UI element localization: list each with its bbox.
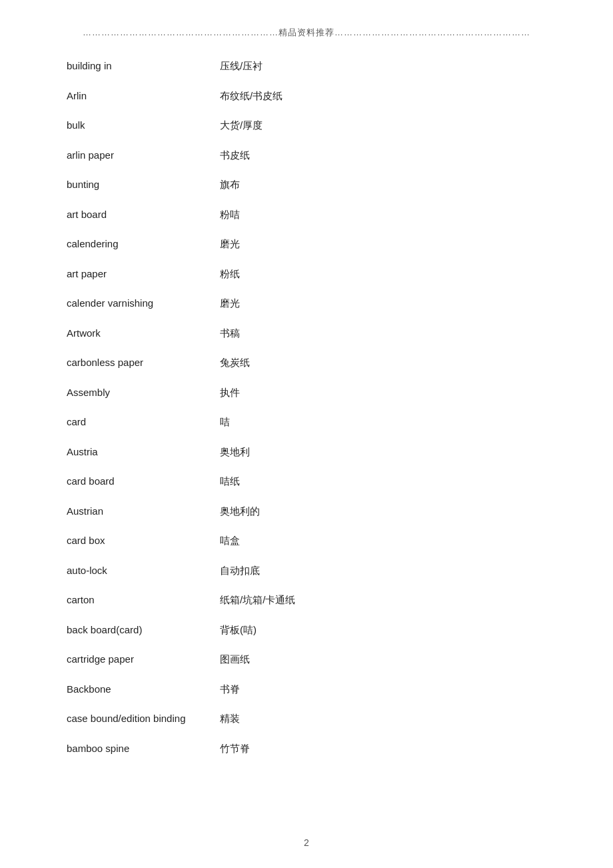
list-item: calendering磨光 — [67, 237, 546, 252]
list-item: back board(card)背板(咭) — [67, 623, 546, 638]
list-item: bamboo spine竹节脊 — [67, 741, 546, 757]
list-item: Austria奥地利 — [67, 445, 546, 460]
term-chinese: 书脊 — [220, 682, 240, 697]
term-chinese: 纸箱/坑箱/卡通纸 — [220, 593, 295, 608]
term-chinese: 书稿 — [220, 326, 240, 341]
header-divider: ………………………………………………………精品资料推荐…………………………………… — [67, 27, 546, 39]
list-item: auto-lock自动扣底 — [67, 563, 546, 579]
list-item: art paper粉纸 — [67, 267, 546, 282]
term-english: card — [67, 415, 220, 430]
term-chinese: 旗布 — [220, 177, 240, 193]
term-english: Austria — [67, 445, 220, 460]
term-english: card box — [67, 533, 220, 549]
list-item: card box咭盒 — [67, 533, 546, 549]
list-item: arlin paper书皮纸 — [67, 148, 546, 163]
term-chinese: 大货/厚度 — [220, 118, 263, 133]
list-item: Arlin布纹纸/书皮纸 — [67, 89, 546, 104]
list-item: Assembly执件 — [67, 385, 546, 401]
term-english: building in — [67, 59, 220, 74]
term-chinese: 咭 — [220, 415, 230, 430]
term-chinese: 奥地利 — [220, 445, 250, 460]
list-item: case bound/edition binding精装 — [67, 711, 546, 727]
list-item: art board粉咭 — [67, 207, 546, 223]
list-item: carbonless paper兔炭纸 — [67, 355, 546, 371]
list-item: Artwork书稿 — [67, 326, 546, 341]
term-chinese: 自动扣底 — [220, 563, 260, 579]
term-chinese: 咭纸 — [220, 474, 240, 489]
term-english: Arlin — [67, 89, 220, 104]
term-english: Assembly — [67, 385, 220, 401]
term-chinese: 书皮纸 — [220, 148, 250, 163]
term-english: bulk — [67, 118, 220, 133]
list-item: carton纸箱/坑箱/卡通纸 — [67, 593, 546, 608]
term-chinese: 磨光 — [220, 237, 240, 252]
list-item: bulk大货/厚度 — [67, 118, 546, 133]
term-chinese: 兔炭纸 — [220, 355, 250, 371]
page-container: ………………………………………………………精品资料推荐…………………………………… — [0, 0, 613, 868]
term-chinese: 咭盒 — [220, 533, 240, 549]
list-item: Backbone书脊 — [67, 682, 546, 697]
term-english: cartridge paper — [67, 652, 220, 667]
list-item: cartridge paper图画纸 — [67, 652, 546, 667]
term-chinese: 奥地利的 — [220, 504, 260, 519]
term-english: arlin paper — [67, 148, 220, 163]
term-list: building in压线/压衬Arlin布纹纸/书皮纸bulk大货/厚度arl… — [67, 59, 546, 756]
term-chinese: 粉纸 — [220, 267, 240, 282]
list-item: bunting旗布 — [67, 177, 546, 193]
term-english: card board — [67, 474, 220, 489]
term-english: calendering — [67, 237, 220, 252]
term-english: carbonless paper — [67, 355, 220, 371]
term-english: bamboo spine — [67, 741, 220, 757]
term-chinese: 磨光 — [220, 296, 240, 311]
term-english: Backbone — [67, 682, 220, 697]
term-english: bunting — [67, 177, 220, 193]
term-english: calender varnishing — [67, 296, 220, 311]
term-english: Austrian — [67, 504, 220, 519]
term-chinese: 背板(咭) — [220, 623, 257, 638]
list-item: card board咭纸 — [67, 474, 546, 489]
term-chinese: 图画纸 — [220, 652, 250, 667]
term-chinese: 精装 — [220, 711, 240, 727]
list-item: Austrian奥地利的 — [67, 504, 546, 519]
term-chinese: 竹节脊 — [220, 741, 250, 757]
term-chinese: 粉咭 — [220, 207, 240, 223]
term-english: Artwork — [67, 326, 220, 341]
term-english: carton — [67, 593, 220, 608]
term-chinese: 压线/压衬 — [220, 59, 263, 74]
term-english: art board — [67, 207, 220, 223]
term-english: art paper — [67, 267, 220, 282]
page-footer: 2 — [0, 837, 613, 848]
list-item: calender varnishing磨光 — [67, 296, 546, 311]
list-item: building in压线/压衬 — [67, 59, 546, 74]
page-number: 2 — [304, 837, 309, 848]
term-chinese: 执件 — [220, 385, 240, 401]
term-english: auto-lock — [67, 563, 220, 579]
list-item: card咭 — [67, 415, 546, 430]
term-english: back board(card) — [67, 623, 220, 638]
term-english: case bound/edition binding — [67, 711, 220, 727]
term-chinese: 布纹纸/书皮纸 — [220, 89, 283, 104]
